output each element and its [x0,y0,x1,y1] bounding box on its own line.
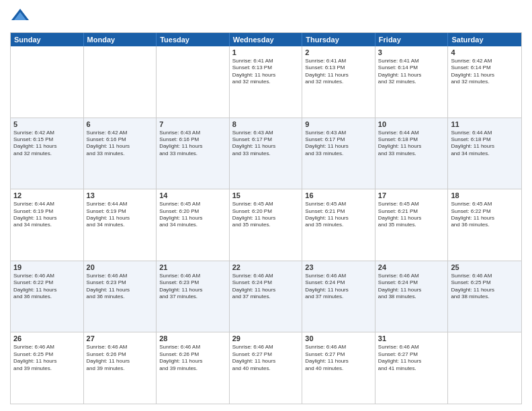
day-number: 8 [232,120,300,128]
day-number: 15 [232,191,300,199]
calendar-cell-2-5: 17Sunrise: 6:45 AM Sunset: 6:21 PM Dayli… [375,189,449,261]
day-info: Sunrise: 6:46 AM Sunset: 6:27 PM Dayligh… [232,344,300,372]
day-number: 14 [159,191,226,199]
calendar-cell-0-5: 3Sunrise: 6:41 AM Sunset: 6:14 PM Daylig… [375,46,449,118]
day-info: Sunrise: 6:42 AM Sunset: 6:16 PM Dayligh… [87,130,154,158]
calendar-row-4: 26Sunrise: 6:46 AM Sunset: 6:25 PM Dayli… [11,332,521,404]
header-day-sunday: Sunday [11,33,84,46]
day-number: 7 [159,120,226,128]
day-info: Sunrise: 6:46 AM Sunset: 6:25 PM Dayligh… [13,344,81,372]
calendar-cell-2-1: 13Sunrise: 6:44 AM Sunset: 6:19 PM Dayli… [84,189,157,261]
calendar-cell-4-5: 31Sunrise: 6:46 AM Sunset: 6:27 PM Dayli… [375,332,449,404]
calendar-cell-2-6: 18Sunrise: 6:45 AM Sunset: 6:22 PM Dayli… [448,189,521,261]
day-info: Sunrise: 6:46 AM Sunset: 6:22 PM Dayligh… [13,273,81,301]
calendar-row-2: 12Sunrise: 6:44 AM Sunset: 6:19 PM Dayli… [11,189,521,261]
day-number: 11 [451,120,519,128]
day-number: 10 [378,120,445,128]
day-info: Sunrise: 6:45 AM Sunset: 6:21 PM Dayligh… [378,201,445,229]
day-info: Sunrise: 6:41 AM Sunset: 6:13 PM Dayligh… [305,58,372,86]
calendar-cell-0-1 [84,46,157,118]
day-info: Sunrise: 6:46 AM Sunset: 6:25 PM Dayligh… [451,273,519,301]
calendar-cell-4-6 [448,332,521,404]
calendar-cell-3-3: 22Sunrise: 6:46 AM Sunset: 6:24 PM Dayli… [230,261,303,332]
day-number: 9 [305,120,372,128]
day-info: Sunrise: 6:44 AM Sunset: 6:19 PM Dayligh… [13,201,81,229]
calendar-cell-0-4: 2Sunrise: 6:41 AM Sunset: 6:13 PM Daylig… [302,46,375,118]
page: SundayMondayTuesdayWednesdayThursdayFrid… [0,0,532,411]
calendar-cell-3-1: 20Sunrise: 6:46 AM Sunset: 6:23 PM Dayli… [84,261,157,332]
calendar-cell-3-6: 25Sunrise: 6:46 AM Sunset: 6:25 PM Dayli… [448,261,521,332]
header-day-friday: Friday [375,33,449,46]
calendar-cell-1-3: 8Sunrise: 6:43 AM Sunset: 6:17 PM Daylig… [230,118,303,189]
day-number: 25 [451,263,519,271]
day-info: Sunrise: 6:45 AM Sunset: 6:22 PM Dayligh… [451,201,519,229]
calendar-cell-1-6: 11Sunrise: 6:44 AM Sunset: 6:18 PM Dayli… [448,118,521,189]
day-info: Sunrise: 6:46 AM Sunset: 6:23 PM Dayligh… [87,273,154,301]
day-info: Sunrise: 6:41 AM Sunset: 6:14 PM Dayligh… [378,58,445,86]
header-day-monday: Monday [84,33,157,46]
day-number: 24 [378,263,445,271]
calendar-body: 1Sunrise: 6:41 AM Sunset: 6:13 PM Daylig… [11,46,521,404]
day-number: 16 [305,191,372,199]
day-number: 1 [232,48,300,56]
day-info: Sunrise: 6:44 AM Sunset: 6:18 PM Dayligh… [378,130,445,158]
header-day-saturday: Saturday [448,33,521,46]
day-number: 29 [232,334,300,342]
calendar-cell-2-0: 12Sunrise: 6:44 AM Sunset: 6:19 PM Dayli… [11,189,84,261]
day-info: Sunrise: 6:44 AM Sunset: 6:19 PM Dayligh… [87,201,154,229]
day-info: Sunrise: 6:43 AM Sunset: 6:17 PM Dayligh… [232,130,300,158]
day-number: 12 [13,191,81,199]
calendar-cell-2-4: 16Sunrise: 6:45 AM Sunset: 6:21 PM Dayli… [302,189,375,261]
day-number: 21 [159,263,226,271]
calendar-cell-3-5: 24Sunrise: 6:46 AM Sunset: 6:24 PM Dayli… [375,261,449,332]
calendar-cell-2-2: 14Sunrise: 6:45 AM Sunset: 6:20 PM Dayli… [157,189,230,261]
day-info: Sunrise: 6:46 AM Sunset: 6:24 PM Dayligh… [232,273,300,301]
day-number: 30 [305,334,372,342]
header-day-thursday: Thursday [302,33,375,46]
calendar-cell-1-0: 5Sunrise: 6:42 AM Sunset: 6:15 PM Daylig… [11,118,84,189]
day-info: Sunrise: 6:46 AM Sunset: 6:26 PM Dayligh… [159,344,226,372]
logo [10,7,33,27]
calendar-cell-3-2: 21Sunrise: 6:46 AM Sunset: 6:23 PM Dayli… [157,261,230,332]
day-info: Sunrise: 6:46 AM Sunset: 6:27 PM Dayligh… [378,344,445,372]
calendar-cell-3-0: 19Sunrise: 6:46 AM Sunset: 6:22 PM Dayli… [11,261,84,332]
day-info: Sunrise: 6:45 AM Sunset: 6:20 PM Dayligh… [232,201,300,229]
logo-icon [10,7,30,27]
calendar-header: SundayMondayTuesdayWednesdayThursdayFrid… [11,33,521,46]
day-info: Sunrise: 6:42 AM Sunset: 6:14 PM Dayligh… [451,58,519,86]
calendar-cell-0-6: 4Sunrise: 6:42 AM Sunset: 6:14 PM Daylig… [448,46,521,118]
day-number: 31 [378,334,445,342]
day-info: Sunrise: 6:45 AM Sunset: 6:20 PM Dayligh… [159,201,226,229]
day-number: 3 [378,48,445,56]
day-number: 26 [13,334,81,342]
day-info: Sunrise: 6:46 AM Sunset: 6:26 PM Dayligh… [87,344,154,372]
day-info: Sunrise: 6:41 AM Sunset: 6:13 PM Dayligh… [232,58,300,86]
day-info: Sunrise: 6:45 AM Sunset: 6:21 PM Dayligh… [305,201,372,229]
day-info: Sunrise: 6:46 AM Sunset: 6:24 PM Dayligh… [305,273,372,301]
calendar-cell-0-0 [11,46,84,118]
calendar-cell-4-1: 27Sunrise: 6:46 AM Sunset: 6:26 PM Dayli… [84,332,157,404]
day-number: 2 [305,48,372,56]
calendar-cell-1-4: 9Sunrise: 6:43 AM Sunset: 6:17 PM Daylig… [302,118,375,189]
header-day-tuesday: Tuesday [157,33,230,46]
calendar-cell-2-3: 15Sunrise: 6:45 AM Sunset: 6:20 PM Dayli… [230,189,303,261]
calendar-cell-1-5: 10Sunrise: 6:44 AM Sunset: 6:18 PM Dayli… [375,118,449,189]
day-info: Sunrise: 6:46 AM Sunset: 6:23 PM Dayligh… [159,273,226,301]
day-info: Sunrise: 6:46 AM Sunset: 6:24 PM Dayligh… [378,273,445,301]
calendar-cell-0-2 [157,46,230,118]
day-number: 20 [87,263,154,271]
day-info: Sunrise: 6:46 AM Sunset: 6:27 PM Dayligh… [305,344,372,372]
calendar-cell-4-0: 26Sunrise: 6:46 AM Sunset: 6:25 PM Dayli… [11,332,84,404]
calendar-cell-1-1: 6Sunrise: 6:42 AM Sunset: 6:16 PM Daylig… [84,118,157,189]
day-info: Sunrise: 6:43 AM Sunset: 6:17 PM Dayligh… [305,130,372,158]
calendar-row-3: 19Sunrise: 6:46 AM Sunset: 6:22 PM Dayli… [11,261,521,333]
day-info: Sunrise: 6:42 AM Sunset: 6:15 PM Dayligh… [13,130,81,158]
day-info: Sunrise: 6:43 AM Sunset: 6:16 PM Dayligh… [159,130,226,158]
day-number: 22 [232,263,300,271]
calendar-cell-1-2: 7Sunrise: 6:43 AM Sunset: 6:16 PM Daylig… [157,118,230,189]
day-number: 17 [378,191,445,199]
calendar-cell-4-4: 30Sunrise: 6:46 AM Sunset: 6:27 PM Dayli… [302,332,375,404]
calendar-cell-4-2: 28Sunrise: 6:46 AM Sunset: 6:26 PM Dayli… [157,332,230,404]
day-number: 6 [87,120,154,128]
calendar-cell-3-4: 23Sunrise: 6:46 AM Sunset: 6:24 PM Dayli… [302,261,375,332]
